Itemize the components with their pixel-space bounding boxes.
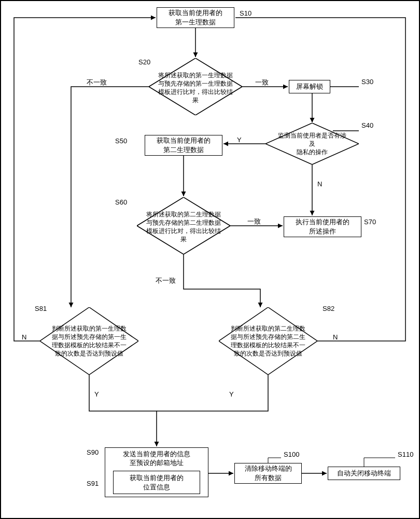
node-s100-text: 清除移动终端的所有数据 — [245, 464, 292, 482]
node-s90-container: 发送当前使用者的信息至预设的邮箱地址 获取当前使用者的位置信息 — [105, 447, 208, 497]
label-s10: S10 — [240, 9, 251, 17]
node-s30: 屏幕解锁 — [289, 80, 330, 93]
edge-s82-y: Y — [229, 390, 234, 398]
edge-s81-y: Y — [94, 390, 99, 398]
node-s30-text: 屏幕解锁 — [296, 82, 323, 91]
label-s91: S91 — [87, 480, 99, 487]
node-s60: 将所述获取的第二生理数据与预先存储的第二生理数据模板进行比对，得出比较结果 — [137, 197, 230, 254]
label-s82: S82 — [323, 305, 334, 312]
node-s40: 监测当前使用者是否有涉及隐私的操作 — [265, 123, 359, 165]
label-s81: S81 — [35, 305, 47, 312]
node-s10-text: 获取当前使用者的第一生理数据 — [169, 8, 222, 26]
edge-s20-nomatch: 不一致 — [87, 78, 107, 87]
flowchart-canvas: 获取当前使用者的第一生理数据 S10 将所述获取的第一生理数据与预先存储的第一生… — [0, 0, 420, 519]
node-s50: 获取当前使用者的第二生理数据 — [145, 135, 222, 156]
node-s100: 清除移动终端的所有数据 — [234, 463, 302, 484]
node-s110-text: 自动关闭移动终端 — [337, 469, 391, 478]
node-s50-text: 获取当前使用者的第二生理数据 — [157, 136, 211, 154]
node-s60-text: 将所述获取的第二生理数据与预先存储的第二生理数据模板进行比对，得出比较结果 — [146, 210, 221, 244]
label-s90: S90 — [87, 448, 99, 456]
node-s81: 判断所述获取的第一生理数据与所述预先存储的第一生理数据模板的比较结果不一致的次数… — [40, 307, 138, 375]
label-s30: S30 — [361, 78, 373, 86]
edge-s60-nomatch: 不一致 — [156, 276, 176, 285]
node-s90-text: 发送当前使用者的信息至预设的邮箱地址 — [123, 449, 190, 470]
node-s110: 自动关闭移动终端 — [328, 467, 400, 480]
node-s20-text: 将所述获取的第一生理数据与预先存储的第一生理数据模板进行比对，得出比较结果 — [158, 71, 233, 105]
label-s20: S20 — [138, 58, 150, 66]
node-s81-text: 判断所述获取的第一生理数据与所述预先存储的第一生理数据模板的比较结果不一致的次数… — [52, 324, 127, 358]
node-s10: 获取当前使用者的第一生理数据 — [157, 7, 234, 28]
label-s110: S110 — [398, 450, 413, 458]
label-s100: S100 — [284, 450, 299, 458]
edge-s82-n: N — [333, 333, 338, 341]
node-s40-text: 监测当前使用者是否有涉及隐私的操作 — [276, 131, 348, 157]
node-s70-text: 执行当前使用者的所述操作 — [296, 217, 349, 236]
node-s70: 执行当前使用者的所述操作 — [284, 216, 361, 237]
node-s82-text: 判断所述获取的第二生理数据与所述预先存储的第二生理数据模板的比较结果不一致的次数… — [231, 324, 305, 358]
edge-s20-match: 一致 — [255, 78, 269, 87]
label-s60: S60 — [115, 198, 127, 206]
label-s70: S70 — [364, 218, 376, 226]
label-s40: S40 — [361, 121, 373, 129]
edge-s81-n: N — [22, 333, 26, 341]
edge-s40-n: N — [317, 180, 322, 188]
edge-s40-y: Y — [237, 136, 242, 144]
node-s82: 判断所述获取的第二生理数据与所述预先存储的第二生理数据模板的比较结果不一致的次数… — [219, 307, 317, 375]
node-s91-text: 获取当前使用者的位置信息 — [130, 474, 184, 491]
node-s20: 将所述获取的第一生理数据与预先存储的第一生理数据模板进行比对，得出比较结果 — [149, 58, 242, 115]
label-s50: S50 — [115, 137, 127, 145]
node-s91: 获取当前使用者的位置信息 — [113, 471, 200, 494]
edge-s60-match: 一致 — [247, 217, 261, 226]
